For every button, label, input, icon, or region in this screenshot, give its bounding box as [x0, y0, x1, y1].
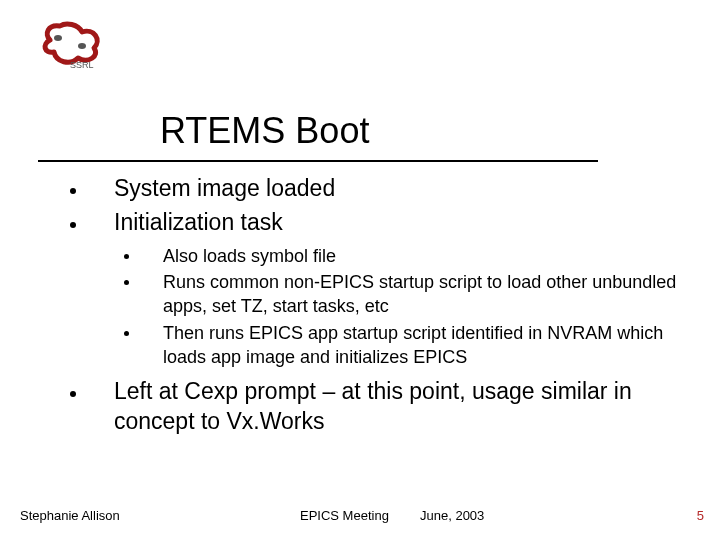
bullet-item: System image loaded — [70, 174, 690, 204]
footer-author: Stephanie Allison — [20, 508, 120, 523]
bullet-item: Initialization task — [70, 208, 690, 238]
bullet-icon — [124, 280, 129, 285]
slide-footer: Stephanie Allison EPICS Meeting June, 20… — [0, 508, 720, 528]
bullet-text: Initialization task — [114, 208, 283, 238]
bullet-icon — [124, 331, 129, 336]
bullet-item: Left at Cexp prompt – at this point, usa… — [70, 377, 690, 437]
logo-text: SSRL — [70, 60, 94, 70]
bullet-text: Left at Cexp prompt – at this point, usa… — [114, 377, 690, 437]
sub-bullet-item: Also loads symbol file — [124, 244, 690, 268]
bullet-icon — [124, 254, 129, 259]
sub-bullet-group: Also loads symbol file Runs common non-E… — [124, 244, 690, 369]
sub-bullet-text: Then runs EPICS app startup script ident… — [163, 321, 690, 370]
sub-bullet-text: Also loads symbol file — [163, 244, 336, 268]
bullet-icon — [70, 222, 76, 228]
slide-title: RTEMS Boot — [160, 110, 369, 152]
svg-point-0 — [54, 35, 62, 41]
bullet-icon — [70, 391, 76, 397]
sub-bullet-item: Runs common non-EPICS startup script to … — [124, 270, 690, 319]
sub-bullet-text: Runs common non-EPICS startup script to … — [163, 270, 690, 319]
svg-point-1 — [78, 43, 86, 49]
bullet-text: System image loaded — [114, 174, 335, 204]
ssrl-logo: SSRL — [38, 18, 108, 70]
bullet-icon — [70, 188, 76, 194]
footer-date: June, 2003 — [420, 508, 484, 523]
title-rule — [38, 160, 598, 162]
sub-bullet-item: Then runs EPICS app startup script ident… — [124, 321, 690, 370]
footer-page-number: 5 — [697, 508, 704, 523]
slide-body: System image loaded Initialization task … — [70, 174, 690, 441]
footer-event: EPICS Meeting — [300, 508, 389, 523]
